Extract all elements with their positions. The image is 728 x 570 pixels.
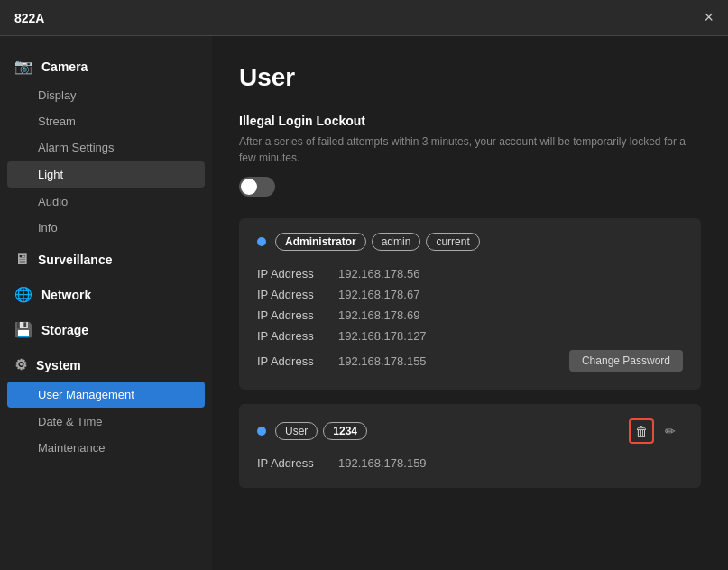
table-row: IP Address 192.168.178.67 xyxy=(257,284,683,305)
sidebar-section-surveillance: 🖥 Surveillance xyxy=(0,244,212,275)
admin-dot xyxy=(257,237,266,246)
close-button[interactable]: × xyxy=(704,8,714,27)
lockout-description: After a series of failed attempts within… xyxy=(239,133,701,166)
ip-value-3: 192.168.178.69 xyxy=(338,308,419,322)
user-card-actions: 🗑 ✏ xyxy=(629,418,683,444)
table-row: IP Address 192.168.178.159 xyxy=(257,453,683,473)
tag-administrator: Administrator xyxy=(275,233,366,251)
page-title: User xyxy=(239,63,701,92)
sidebar-section-surveillance-header[interactable]: 🖥 Surveillance xyxy=(0,244,212,275)
sidebar-item-maintenance[interactable]: Maintenance xyxy=(0,435,212,461)
sidebar-item-audio[interactable]: Audio xyxy=(0,188,212,215)
table-row: IP Address 192.168.178.127 xyxy=(257,326,683,346)
ip-label-5: IP Address xyxy=(257,354,338,368)
sidebar-section-camera: 📷 Camera Display Stream Alarm Settings L… xyxy=(0,51,212,241)
ip-value-user1: 192.168.178.159 xyxy=(338,456,427,470)
sidebar-item-stream[interactable]: Stream xyxy=(0,108,212,134)
edit-button[interactable]: ✏ xyxy=(658,418,683,444)
sidebar-section-system: ⚙ System User Management Date & Time Mai… xyxy=(0,349,212,461)
toggle-knob xyxy=(241,179,257,195)
ip-label-2: IP Address xyxy=(257,288,338,301)
sidebar-item-light[interactable]: Light xyxy=(7,161,205,188)
sidebar-section-system-header[interactable]: ⚙ System xyxy=(0,349,212,381)
sidebar: 📷 Camera Display Stream Alarm Settings L… xyxy=(0,36,212,570)
ip-label-4: IP Address xyxy=(257,329,338,343)
sidebar-section-storage: 💾 Storage xyxy=(0,314,212,345)
ip-label-3: IP Address xyxy=(257,308,338,322)
user-card-header: User 1234 🗑 ✏ xyxy=(257,418,683,444)
table-row: IP Address 192.168.178.69 xyxy=(257,305,683,326)
admin-user-card: Administrator admin current IP Address 1… xyxy=(239,218,701,390)
tag-1234: 1234 xyxy=(323,422,367,440)
user-dot xyxy=(257,427,266,436)
content-area: User Illegal Login Lockout After a serie… xyxy=(212,36,728,570)
storage-label: Storage xyxy=(41,323,88,337)
sidebar-section-storage-header[interactable]: 💾 Storage xyxy=(0,314,212,345)
sidebar-item-date-time[interactable]: Date & Time xyxy=(0,409,212,435)
system-icon: ⚙ xyxy=(14,356,27,373)
tag-current: current xyxy=(426,233,479,251)
table-row: IP Address 192.168.178.155 Change Passwo… xyxy=(257,346,683,375)
user-card-1234: User 1234 🗑 ✏ IP Address 192.168.178.159 xyxy=(239,404,701,488)
change-password-button[interactable]: Change Password xyxy=(569,350,683,372)
sidebar-section-network-header[interactable]: 🌐 Network xyxy=(0,279,212,310)
user-card-left: User 1234 xyxy=(257,422,373,440)
ip-value-1: 192.168.178.56 xyxy=(338,267,419,280)
lockout-section: Illegal Login Lockout After a series of … xyxy=(239,114,701,197)
delete-button[interactable]: 🗑 xyxy=(629,418,654,444)
table-row: IP Address 192.168.178.56 xyxy=(257,263,683,284)
system-label: System xyxy=(36,358,81,372)
sidebar-item-user-management[interactable]: User Management xyxy=(7,382,205,408)
lockout-title: Illegal Login Lockout xyxy=(239,114,701,128)
lockout-toggle[interactable] xyxy=(239,177,275,197)
surveillance-icon: 🖥 xyxy=(14,252,29,268)
ip-value-2: 192.168.178.67 xyxy=(338,288,419,301)
ip-label-1: IP Address xyxy=(257,267,338,280)
title-bar: 822A × xyxy=(0,0,728,36)
sidebar-item-alarm-settings[interactable]: Alarm Settings xyxy=(0,134,212,161)
surveillance-label: Surveillance xyxy=(38,253,113,267)
storage-icon: 💾 xyxy=(14,321,32,338)
ip-label-user1: IP Address xyxy=(257,456,338,470)
camera-label: Camera xyxy=(41,60,88,74)
sidebar-section-camera-header[interactable]: 📷 Camera xyxy=(0,51,212,82)
network-label: Network xyxy=(41,288,91,302)
camera-icon: 📷 xyxy=(14,58,32,75)
ip-value-4: 192.168.178.127 xyxy=(338,329,427,343)
network-icon: 🌐 xyxy=(14,286,32,303)
tag-admin: admin xyxy=(372,233,421,251)
sidebar-item-display[interactable]: Display xyxy=(0,82,212,108)
ip-value-5: 192.168.178.155 xyxy=(338,354,427,368)
admin-card-header: Administrator admin current xyxy=(257,233,683,251)
sidebar-item-info[interactable]: Info xyxy=(0,215,212,241)
lockout-toggle-container xyxy=(239,177,701,197)
sidebar-section-network: 🌐 Network xyxy=(0,279,212,310)
window-title: 822A xyxy=(14,11,44,25)
tag-user: User xyxy=(275,422,318,440)
main-layout: 📷 Camera Display Stream Alarm Settings L… xyxy=(0,36,728,570)
